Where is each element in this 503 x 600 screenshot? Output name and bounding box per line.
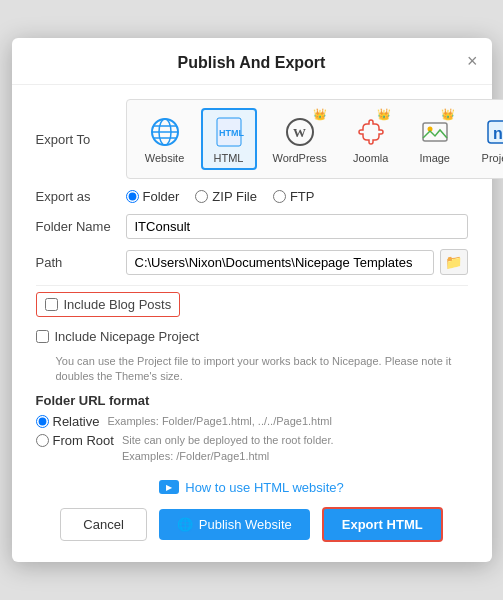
browse-folder-button[interactable]: 📁 xyxy=(440,249,468,275)
url-fromroot-example: Site can only be deployed to the root fo… xyxy=(122,433,334,464)
radio-from-root[interactable]: From Root xyxy=(36,433,114,448)
path-label: Path xyxy=(36,255,126,270)
publish-export-dialog: Publish And Export × Export To xyxy=(12,38,492,562)
folder-name-label: Folder Name xyxy=(36,219,126,234)
export-icon-project[interactable]: 👑 n Project xyxy=(471,108,503,170)
svg-text:W: W xyxy=(293,125,306,140)
export-html-button[interactable]: Export HTML xyxy=(322,507,443,542)
export-icon-image[interactable]: 👑 Image xyxy=(407,108,463,170)
svg-text:HTML: HTML xyxy=(219,128,244,138)
project-icon: n xyxy=(481,114,503,150)
export-as-options: Folder ZIP File FTP xyxy=(126,189,315,204)
globe-icon: 🌐 xyxy=(177,517,193,532)
wordpress-crown: 👑 xyxy=(313,108,327,121)
include-nicepage-note: You can use the Project file to import y… xyxy=(56,354,468,385)
divider-1 xyxy=(36,285,468,286)
dialog-header: Publish And Export × xyxy=(12,38,492,85)
video-icon xyxy=(159,480,179,494)
url-relative-example: Examples: Folder/Page1.html, ../../Page1… xyxy=(107,414,331,429)
export-icon-website[interactable]: Website xyxy=(137,108,193,170)
export-to-label: Export To xyxy=(36,132,126,147)
export-to-row: Export To Website xyxy=(36,99,468,179)
export-icon-joomla[interactable]: 👑 Joomla xyxy=(343,108,399,170)
include-nicepage-checkbox[interactable] xyxy=(36,330,49,343)
radio-ftp[interactable]: FTP xyxy=(273,189,315,204)
html-icon: HTML xyxy=(211,114,247,150)
project-label: Project xyxy=(482,152,503,164)
wordpress-label: WordPress xyxy=(273,152,327,164)
include-blog-posts-label: Include Blog Posts xyxy=(64,297,172,312)
html-label: HTML xyxy=(214,152,244,164)
how-to-link[interactable]: How to use HTML website? xyxy=(159,480,343,495)
joomla-crown: 👑 xyxy=(377,108,391,121)
folder-name-input[interactable] xyxy=(126,214,468,239)
website-icon xyxy=(147,114,183,150)
how-to-label: How to use HTML website? xyxy=(185,480,343,495)
include-blog-posts-row: Include Blog Posts xyxy=(36,292,181,317)
website-label: Website xyxy=(145,152,185,164)
export-icon-html[interactable]: HTML HTML xyxy=(201,108,257,170)
dialog-footer: How to use HTML website? Cancel 🌐 Publis… xyxy=(12,480,492,542)
export-as-label: Export as xyxy=(36,189,126,204)
image-label: Image xyxy=(419,152,450,164)
path-input-group: 📁 xyxy=(126,249,468,275)
publish-label: Publish Website xyxy=(199,517,292,532)
joomla-label: Joomla xyxy=(353,152,388,164)
dialog-title: Publish And Export xyxy=(178,54,326,71)
svg-rect-9 xyxy=(423,123,447,141)
include-blog-posts-checkbox[interactable] xyxy=(45,298,58,311)
image-crown: 👑 xyxy=(441,108,455,121)
radio-folder[interactable]: Folder xyxy=(126,189,180,204)
dialog-body: Export To Website xyxy=(12,85,492,464)
export-as-row: Export as Folder ZIP File FTP xyxy=(36,189,468,204)
close-button[interactable]: × xyxy=(467,52,478,70)
radio-zip[interactable]: ZIP File xyxy=(195,189,257,204)
folder-url-format-label: Folder URL format xyxy=(36,393,468,408)
cancel-button[interactable]: Cancel xyxy=(60,508,146,541)
folder-url-format-section: Folder URL format Relative Examples: Fol… xyxy=(36,393,468,464)
svg-text:n: n xyxy=(493,125,503,142)
footer-buttons: Cancel 🌐 Publish Website Export HTML xyxy=(60,507,442,542)
export-icon-wordpress[interactable]: 👑 W WordPress xyxy=(265,108,335,170)
publish-website-button[interactable]: 🌐 Publish Website xyxy=(159,509,310,540)
export-to-icons: Website HTML HTML 👑 xyxy=(126,99,504,179)
include-nicepage-project-row: Include Nicepage Project xyxy=(36,325,468,348)
path-row: Path 📁 xyxy=(36,249,468,275)
folder-name-row: Folder Name xyxy=(36,214,468,239)
url-fromroot-row: From Root Site can only be deployed to t… xyxy=(36,433,468,464)
radio-relative[interactable]: Relative xyxy=(36,414,100,429)
url-relative-row: Relative Examples: Folder/Page1.html, ..… xyxy=(36,414,468,429)
include-nicepage-label: Include Nicepage Project xyxy=(55,329,200,344)
path-input[interactable] xyxy=(126,250,434,275)
